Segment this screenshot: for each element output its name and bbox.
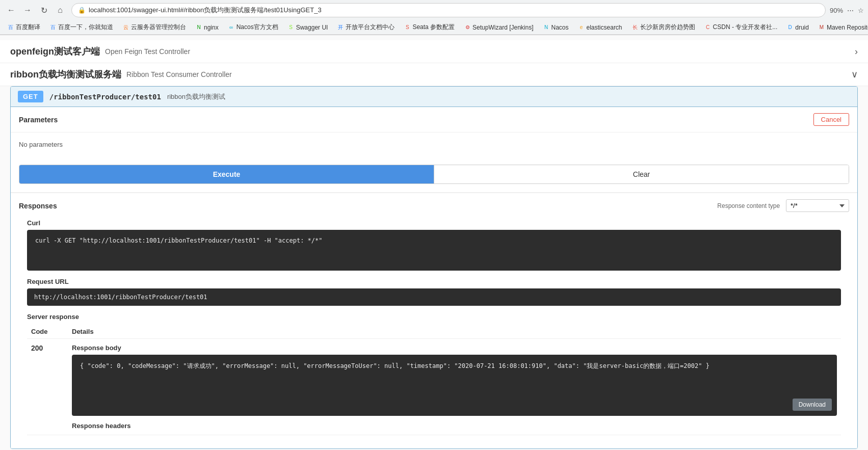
bookmark-maven[interactable]: MMaven Repositon bbox=[815, 23, 868, 32]
responses-section: Responses Response content type */* appl… bbox=[11, 193, 857, 448]
address-bar[interactable]: 🔒 localhost:1001/swagger-ui.html#/ribbon… bbox=[71, 3, 826, 17]
bookmark-icon-nacos: N bbox=[543, 24, 550, 31]
response-content-type-label: Response content type bbox=[717, 202, 780, 209]
bookmark-icon-maven: M bbox=[818, 24, 825, 31]
server-response-section: Server response Code Details 200 bbox=[27, 313, 841, 435]
bookmark-icon-changsha-house: 长 bbox=[632, 24, 639, 31]
response-body-text: { "code": 0, "codeMessage": "请求成功", "err… bbox=[80, 362, 709, 369]
bookmark-icon[interactable]: ☆ bbox=[858, 7, 864, 14]
bookmark-label-setup-wizard: SetupWizard [Jenkins] bbox=[472, 24, 533, 31]
forward-button[interactable]: → bbox=[20, 3, 35, 17]
home-button[interactable]: ⌂ bbox=[53, 3, 67, 17]
execute-button[interactable]: Execute bbox=[19, 165, 434, 183]
bookmark-baidu-know[interactable]: 百百度一下，你就知道 bbox=[46, 22, 116, 33]
bookmark-baidu-translate[interactable]: 百百度翻译 bbox=[4, 22, 43, 33]
bookmarks-bar: 百百度翻译百百度一下，你就知道云云服务器管理控制台Nnginx∞Nacos官方文… bbox=[0, 20, 868, 35]
server-response-label: Server response bbox=[27, 313, 841, 321]
bookmark-icon-csdn: C bbox=[704, 24, 712, 31]
bookmark-icon-swagger-ui: S bbox=[287, 24, 295, 31]
bookmark-icon-nginx: N bbox=[195, 24, 202, 31]
reload-button[interactable]: ↻ bbox=[37, 3, 51, 17]
bookmark-label-csdn: CSDN - 专业开发者社... bbox=[713, 23, 778, 32]
bookmark-icon-setup-wizard: ⚙ bbox=[464, 24, 471, 31]
cancel-button[interactable]: Cancel bbox=[813, 113, 849, 126]
nav-buttons: ← → ↻ ⌂ bbox=[4, 3, 67, 17]
bookmark-icon-druid: D bbox=[786, 24, 794, 31]
response-table: Code Details 200 Response body bbox=[27, 325, 841, 435]
bookmark-elasticsearch[interactable]: eelasticsearch bbox=[575, 23, 625, 32]
clear-button[interactable]: Clear bbox=[434, 165, 849, 183]
bookmark-swagger-ui[interactable]: SSwagger UI bbox=[284, 23, 331, 32]
openfeign-title-en: Open Feign Test Controller bbox=[105, 47, 190, 56]
responses-label: Responses bbox=[19, 202, 57, 210]
bookmark-icon-elasticsearch: e bbox=[578, 24, 585, 31]
curl-label: Curl bbox=[27, 219, 841, 227]
bookmark-icon-nacos-official: ∞ bbox=[228, 24, 235, 31]
bookmark-label-nacos: Nacos bbox=[551, 24, 569, 31]
bookmark-nacos-official[interactable]: ∞Nacos官方文档 bbox=[225, 22, 281, 33]
bookmark-label-elasticsearch: elasticsearch bbox=[587, 24, 622, 31]
curl-block: curl -X GET "http://localhost:1001/ribbo… bbox=[27, 230, 841, 271]
responses-header: Responses Response content type */* appl… bbox=[19, 199, 849, 212]
bookmark-seata[interactable]: SSeata 参数配置 bbox=[401, 22, 458, 33]
bookmark-label-seata: Seata 参数配置 bbox=[412, 23, 455, 32]
openfeign-header[interactable]: openfeign测试客户端 Open Feign Test Controlle… bbox=[0, 40, 868, 63]
ribbon-collapse-icon: ∨ bbox=[851, 69, 858, 80]
lock-icon: 🔒 bbox=[78, 7, 86, 14]
bookmark-label-swagger-ui: Swagger UI bbox=[296, 24, 328, 31]
ribbon-title-en: Ribbon Test Consumer Controller bbox=[126, 70, 232, 78]
action-buttons: Execute Clear bbox=[19, 165, 849, 184]
openfeign-collapse-icon: › bbox=[855, 46, 858, 57]
openfeign-title-cn: openfeign测试客户端 bbox=[10, 45, 100, 58]
request-url-label: Request URL bbox=[27, 278, 841, 285]
bookmark-cloud-server[interactable]: 云云服务器管理控制台 bbox=[119, 22, 189, 33]
bookmark-icon-baidu-know: 百 bbox=[49, 24, 57, 31]
bookmark-csdn[interactable]: CCSDN - 专业开发者社... bbox=[701, 22, 781, 33]
ribbon-header-left: ribbon负载均衡测试服务端 Ribbon Test Consumer Con… bbox=[10, 68, 232, 81]
endpoint-path: /ribbonTestProducer/test01 bbox=[49, 93, 161, 101]
bookmark-label-nacos-official: Nacos官方文档 bbox=[236, 23, 278, 32]
address-text: localhost:1001/swagger-ui.html#/ribbon负载… bbox=[89, 6, 322, 15]
browser-toolbar: ← → ↻ ⌂ 🔒 localhost:1001/swagger-ui.html… bbox=[0, 0, 868, 20]
bookmark-label-changsha-house: 长沙新房房价趋势图 bbox=[640, 23, 695, 32]
bookmark-label-baidu-translate: 百度翻译 bbox=[16, 23, 40, 32]
code-header: Code bbox=[27, 325, 68, 339]
ribbon-controller-header[interactable]: ribbon负载均衡测试服务端 Ribbon Test Consumer Con… bbox=[0, 63, 868, 86]
details-header: Details bbox=[68, 325, 841, 339]
response-body-label: Response body bbox=[72, 344, 837, 352]
parameters-label: Parameters bbox=[19, 116, 58, 124]
parameters-section-header: Parameters Cancel bbox=[11, 107, 857, 133]
request-url-section: Request URL http://localhost:1001/ribbon… bbox=[27, 278, 841, 306]
endpoint-desc: ribbon负载均衡测试 bbox=[167, 92, 225, 101]
response-body-block: { "code": 0, "codeMessage": "请求成功", "err… bbox=[72, 355, 837, 416]
bookmark-setup-wizard[interactable]: ⚙SetupWizard [Jenkins] bbox=[461, 23, 536, 32]
table-row: 200 Response body { "code": 0, "codeMess… bbox=[27, 339, 841, 435]
curl-section: Curl curl -X GET "http://localhost:1001/… bbox=[27, 219, 841, 271]
request-url-block: http://localhost:1001/ribbonTestProducer… bbox=[27, 288, 841, 306]
bookmark-nginx[interactable]: Nnginx bbox=[192, 23, 222, 32]
bookmark-label-maven: Maven Repositon bbox=[827, 24, 868, 31]
response-headers-label: Response headers bbox=[72, 422, 837, 430]
bookmark-label-baidu-know: 百度一下，你就知道 bbox=[58, 23, 113, 32]
response-content-type-select[interactable]: */* application/json text/plain bbox=[786, 199, 849, 212]
bookmark-open-platform[interactable]: 开开放平台文档中心 bbox=[334, 22, 398, 33]
download-button[interactable]: Download bbox=[793, 399, 832, 411]
browser-actions: 90% ⋯ ☆ bbox=[830, 7, 864, 14]
bookmark-druid[interactable]: Ddruid bbox=[783, 23, 812, 32]
bookmark-nacos[interactable]: NNacos bbox=[540, 23, 572, 32]
bookmark-label-cloud-server: 云服务器管理控制台 bbox=[131, 23, 186, 32]
bookmark-label-druid: druid bbox=[795, 24, 809, 31]
page-content: openfeign测试客户端 Open Feign Test Controlle… bbox=[0, 35, 868, 450]
openfeign-header-left: openfeign测试客户端 Open Feign Test Controlle… bbox=[10, 45, 190, 58]
browser-chrome: ← → ↻ ⌂ 🔒 localhost:1001/swagger-ui.html… bbox=[0, 0, 868, 35]
bookmark-icon-open-platform: 开 bbox=[337, 24, 344, 31]
bookmark-changsha-house[interactable]: 长长沙新房房价趋势图 bbox=[628, 22, 698, 33]
bookmark-label-open-platform: 开放平台文档中心 bbox=[346, 23, 394, 32]
bookmark-label-nginx: nginx bbox=[204, 24, 219, 31]
no-params-text: No parameters bbox=[11, 133, 857, 156]
back-button[interactable]: ← bbox=[4, 3, 18, 17]
bookmark-icon-cloud-server: 云 bbox=[122, 24, 129, 31]
response-content-type-container: Response content type */* application/js… bbox=[717, 199, 849, 212]
more-icon[interactable]: ⋯ bbox=[847, 7, 854, 14]
ribbon-title-cn: ribbon负载均衡测试服务端 bbox=[10, 68, 121, 81]
